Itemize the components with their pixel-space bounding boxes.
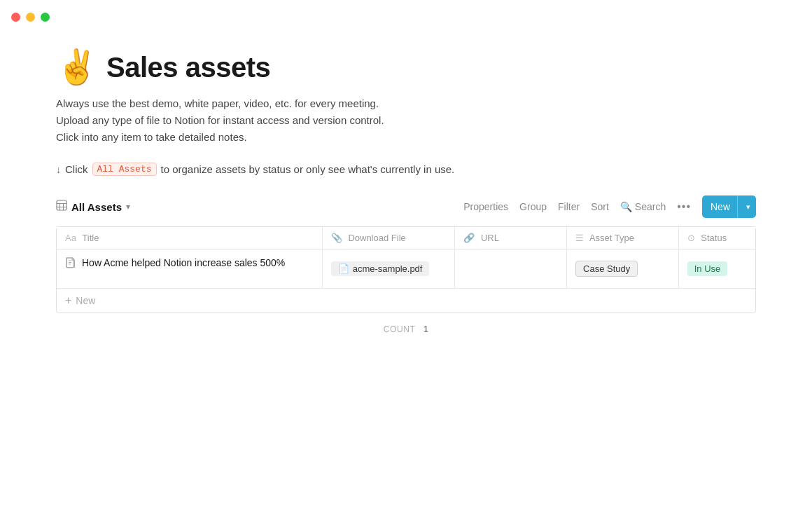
- description-line-3: Click into any item to take detailed not…: [56, 129, 756, 146]
- database-title: All Assets: [71, 201, 122, 213]
- hint-prefix: Click: [65, 163, 88, 175]
- chevron-down-icon: ▾: [126, 202, 130, 212]
- file-tag[interactable]: 📄 acme-sample.pdf: [331, 261, 430, 276]
- new-button-chevron-icon[interactable]: ▾: [741, 202, 756, 212]
- maximize-button[interactable]: [41, 13, 50, 22]
- search-icon: 🔍: [620, 201, 632, 212]
- close-button[interactable]: [11, 13, 20, 22]
- main-content: ✌️ Sales assets Always use the best demo…: [0, 34, 812, 345]
- database-actions: Properties Group Filter Sort 🔍 Search ••…: [463, 195, 756, 218]
- page-emoji: ✌️: [56, 50, 98, 84]
- database-table: Aa Title 📎 Download File 🔗 URL ☰ Asset T…: [56, 226, 756, 313]
- table-header-row: Aa Title 📎 Download File 🔗 URL ☰ Asset T…: [57, 227, 755, 249]
- hint-line: ↓ Click All Assets to organize assets by…: [56, 163, 756, 176]
- url-cell[interactable]: [455, 249, 567, 289]
- link-icon: 🔗: [463, 233, 475, 243]
- new-row-label: New: [76, 295, 95, 306]
- col-header-status: ⊙ Status: [678, 227, 755, 249]
- count-value: 1: [424, 324, 428, 334]
- title-cell[interactable]: How Acme helped Notion increase sales 50…: [57, 249, 322, 289]
- document-icon: [65, 257, 76, 271]
- more-options-button[interactable]: •••: [677, 200, 691, 213]
- hint-arrow-icon: ↓: [56, 164, 61, 175]
- plus-icon: +: [65, 294, 71, 307]
- new-button[interactable]: New ▾: [702, 195, 756, 218]
- count-row: COUNT 1: [56, 313, 756, 345]
- status-cell: In Use: [678, 249, 755, 289]
- database-title-area[interactable]: All Assets ▾: [56, 200, 130, 214]
- new-button-divider: [737, 195, 738, 218]
- filter-button[interactable]: Filter: [558, 201, 580, 212]
- description-line-1: Always use the best demo, white paper, v…: [56, 95, 756, 112]
- sort-button[interactable]: Sort: [591, 201, 609, 212]
- svg-rect-0: [57, 200, 66, 210]
- paperclip-icon: 📎: [331, 233, 342, 243]
- file-icon: 📄: [338, 263, 349, 274]
- status-col-icon: ⊙: [687, 233, 695, 243]
- download-cell: 📄 acme-sample.pdf: [322, 249, 455, 289]
- col-header-title: Aa Title: [57, 227, 322, 249]
- list-icon: ☰: [575, 233, 584, 243]
- col-header-asset-type: ☰ Asset Type: [567, 227, 679, 249]
- titlebar: [0, 0, 812, 34]
- row-title-text: How Acme helped Notion increase sales 50…: [82, 256, 285, 270]
- group-button[interactable]: Group: [519, 201, 547, 212]
- col-header-url: 🔗 URL: [455, 227, 567, 249]
- status-badge[interactable]: In Use: [687, 261, 728, 276]
- text-icon: Aa: [65, 233, 76, 243]
- description-line-2: Upload any type of file to Notion for in…: [56, 112, 756, 129]
- page-header: ✌️ Sales assets: [56, 50, 756, 84]
- col-header-download-file: 📎 Download File: [322, 227, 455, 249]
- asset-type-tag[interactable]: Case Study: [575, 261, 638, 277]
- search-button[interactable]: 🔍 Search: [620, 201, 666, 212]
- page-description: Always use the best demo, white paper, v…: [56, 95, 756, 146]
- new-button-label: New: [710, 201, 734, 212]
- count-label: COUNT: [384, 324, 415, 334]
- minimize-button[interactable]: [26, 13, 35, 22]
- hint-badge[interactable]: All Assets: [92, 163, 157, 176]
- properties-button[interactable]: Properties: [463, 201, 508, 212]
- add-new-row[interactable]: + New: [57, 288, 755, 313]
- asset-type-cell: Case Study: [567, 249, 679, 289]
- hint-suffix: to organize assets by status or only see…: [161, 163, 455, 175]
- table-icon: [56, 200, 67, 214]
- table-row[interactable]: How Acme helped Notion increase sales 50…: [57, 249, 755, 289]
- database-header: All Assets ▾ Properties Group Filter Sor…: [56, 195, 756, 224]
- page-title: Sales assets: [106, 52, 270, 83]
